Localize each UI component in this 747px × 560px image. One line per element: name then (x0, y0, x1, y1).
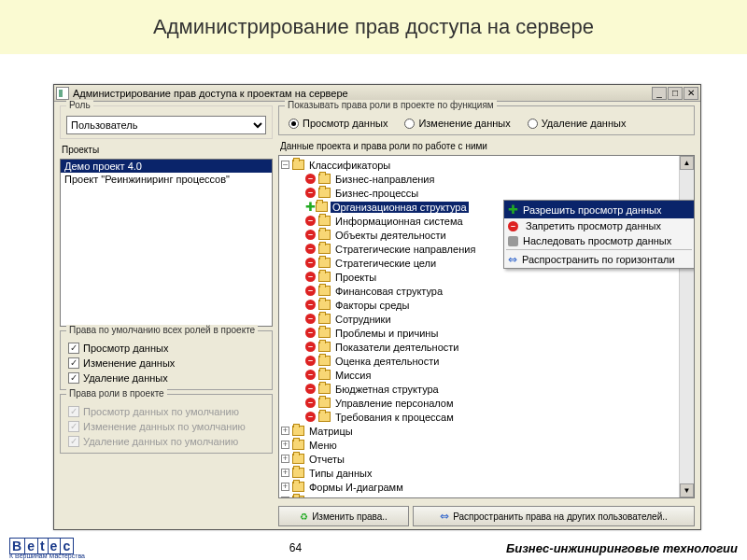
spread-icon: ⇔ (440, 510, 449, 523)
radio-option[interactable]: Удаление данных (528, 118, 627, 129)
tree-item-label: Проблемы и причины (333, 328, 440, 339)
radio[interactable] (404, 119, 415, 129)
tree-row[interactable]: –Бюджетная структура (279, 382, 694, 396)
tree-item-label: Объекты деятельности (333, 230, 448, 241)
tree-item-label: Проекты (333, 272, 378, 283)
tree-row[interactable]: –Бизнес-процессы (279, 186, 694, 200)
tree-row[interactable]: –Факторы среды (279, 298, 694, 312)
deny-icon: – (305, 300, 316, 310)
app-window: Администрирование прав доступа к проекта… (53, 84, 701, 530)
checkbox-row[interactable]: Просмотр данных (66, 341, 266, 356)
radio-option[interactable]: Просмотр данных (289, 118, 388, 129)
tree-row[interactable]: –Управление персоналом (279, 396, 694, 410)
folder-icon (318, 356, 331, 366)
checkbox (68, 421, 79, 432)
tree-item-label: Управление персоналом (333, 398, 456, 409)
role-in-project-label: Права роли в проекте (66, 388, 167, 399)
tree-row[interactable]: –Проекты (279, 270, 694, 284)
checkbox-row[interactable]: Изменение данных (66, 356, 266, 371)
folder-icon (318, 188, 331, 198)
tree-row[interactable]: +Типы данных (279, 466, 694, 480)
role-group: Роль Пользователь (60, 105, 273, 139)
tree-toggle[interactable]: – (281, 161, 289, 169)
checkbox[interactable] (68, 372, 79, 384)
folder-icon (318, 300, 331, 310)
radio-option[interactable]: Изменение данных (404, 118, 510, 129)
tagline: К Вершинам Мастерства (9, 553, 85, 559)
tree-view[interactable]: –Классификаторы–Бизнес-направления–Бизне… (278, 155, 695, 498)
tree-row[interactable]: –Миссия (279, 368, 694, 382)
tree-item-label: Бизнес-направления (333, 174, 436, 185)
checkbox-row: Просмотр данных по умолчанию (66, 404, 266, 419)
folder-icon (292, 482, 304, 492)
checkbox-label: Изменение данных по умолчанию (83, 421, 246, 432)
tree-item-label: Требования к процессам (333, 412, 456, 423)
tree-item-label: Формы И-диаграмм (307, 482, 405, 493)
folder-icon (318, 174, 331, 184)
tree-row[interactable]: –Требования к процессам (279, 410, 694, 424)
tree-row[interactable]: +Меню (279, 438, 694, 452)
checkbox (68, 406, 79, 417)
checkbox[interactable] (68, 357, 79, 369)
checkbox-row: Изменение данных по умолчанию (66, 419, 266, 434)
tree-row[interactable]: –Показатели деятельности (279, 340, 694, 354)
checkbox-label: Удаление данных (83, 372, 168, 384)
radio-label: Изменение данных (418, 118, 510, 129)
tree-toggle[interactable]: + (281, 497, 289, 498)
tree-label: Данные проекта и права роли по работе с … (278, 139, 695, 151)
role-label: Роль (66, 100, 93, 110)
tree-toggle[interactable]: + (281, 427, 289, 435)
tree-row[interactable]: –Классификаторы (279, 158, 694, 172)
tree-item-label: Бюджетная структура (333, 384, 441, 395)
folder-icon (318, 286, 331, 296)
projects-listbox[interactable]: Демо проект 4.0Проект "Реинжиниринг проц… (60, 159, 273, 327)
folder-icon (318, 216, 331, 226)
scroll-up-button[interactable]: ▲ (680, 156, 694, 170)
radio[interactable] (528, 119, 538, 129)
role-select[interactable]: Пользователь (66, 116, 266, 134)
folder-icon (318, 384, 331, 394)
tree-row[interactable]: –Финансовая структура (279, 284, 694, 298)
tree-item-label: Миссия (333, 370, 373, 381)
project-item[interactable]: Демо проект 4.0 (61, 160, 272, 173)
tree-row[interactable]: +Формы И-диаграмм (279, 480, 694, 494)
edit-rights-button[interactable]: ♻ Изменить права.. (278, 506, 409, 526)
context-menu-item[interactable]: –Запретить просмотр данных (504, 218, 694, 233)
tree-item-label: Типы данных (307, 468, 374, 479)
tree-row[interactable]: –Бизнес-направления (279, 172, 694, 186)
context-menu-item[interactable]: ⇔Распространить по горизонтали (504, 251, 694, 268)
tree-row[interactable]: –Сотрудники (279, 312, 694, 326)
tree-row[interactable]: +Отчеты (279, 452, 694, 466)
logo: Betec (9, 538, 85, 554)
spread-icon: ⇔ (508, 253, 517, 266)
deny-icon: – (305, 412, 316, 422)
minimize-button[interactable]: _ (652, 87, 667, 100)
tree-row[interactable]: +Матрицы (279, 424, 694, 438)
folder-icon (318, 412, 331, 422)
context-menu-item[interactable]: ✚Разрешить просмотр данных (504, 201, 694, 218)
tree-item-label: Меню (307, 440, 339, 451)
tree-item-label: Кокпит-диаграммы (307, 496, 401, 499)
propagate-rights-button[interactable]: ⇔ Распространить права на других пользов… (413, 506, 695, 526)
tree-row[interactable]: –Оценка деятельности (279, 354, 694, 368)
deny-icon: – (305, 230, 316, 240)
folder-icon (318, 342, 331, 352)
deny-icon: – (305, 174, 316, 184)
checkbox-row[interactable]: Удаление данных (66, 371, 266, 385)
context-menu-item[interactable]: Наследовать просмотр данных (504, 233, 694, 248)
refresh-icon: ♻ (300, 511, 308, 522)
tree-row[interactable]: –Проблемы и причины (279, 326, 694, 340)
tree-toggle[interactable]: + (281, 469, 289, 477)
radio[interactable] (289, 119, 299, 129)
project-item[interactable]: Проект "Реинжиниринг процессов" (61, 173, 272, 186)
checkbox[interactable] (68, 343, 79, 354)
app-icon (56, 87, 69, 100)
scroll-down-button[interactable]: ▼ (680, 483, 694, 497)
maximize-button[interactable]: □ (668, 87, 683, 100)
folder-icon (318, 272, 331, 282)
tree-row[interactable]: +Кокпит-диаграммы (279, 494, 694, 498)
tree-toggle[interactable]: + (281, 441, 289, 449)
close-button[interactable]: ✕ (684, 87, 698, 100)
tree-toggle[interactable]: + (281, 455, 289, 463)
tree-toggle[interactable]: + (281, 483, 289, 491)
